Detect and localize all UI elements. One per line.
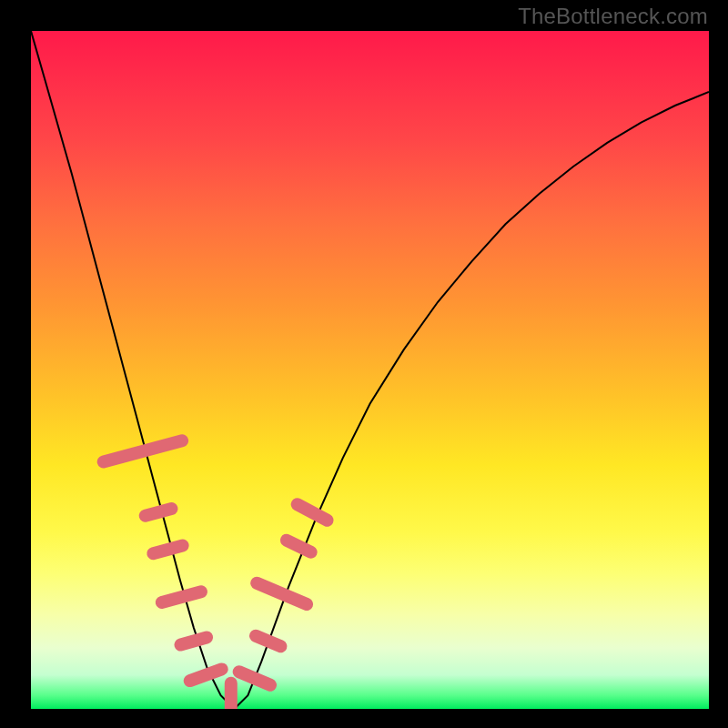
- curve-marker: [257, 583, 307, 604]
- curve-marker: [239, 672, 270, 685]
- curve-marker: [256, 636, 281, 647]
- curve-marker: [190, 669, 222, 681]
- curve-marker: [153, 546, 182, 554]
- curve-marker: [146, 509, 172, 516]
- curve-marker: [104, 440, 182, 461]
- plot-area: [31, 31, 709, 709]
- curve-marker: [298, 504, 328, 521]
- watermark-text: TheBottleneck.com: [518, 4, 708, 29]
- curve-layer: [31, 31, 709, 709]
- curve-marker: [162, 592, 201, 602]
- curve-marker: [181, 637, 207, 644]
- chart-frame: TheBottleneck.com: [0, 0, 728, 728]
- chart-svg: [31, 31, 709, 709]
- bottleneck-curve-path: [31, 31, 709, 709]
